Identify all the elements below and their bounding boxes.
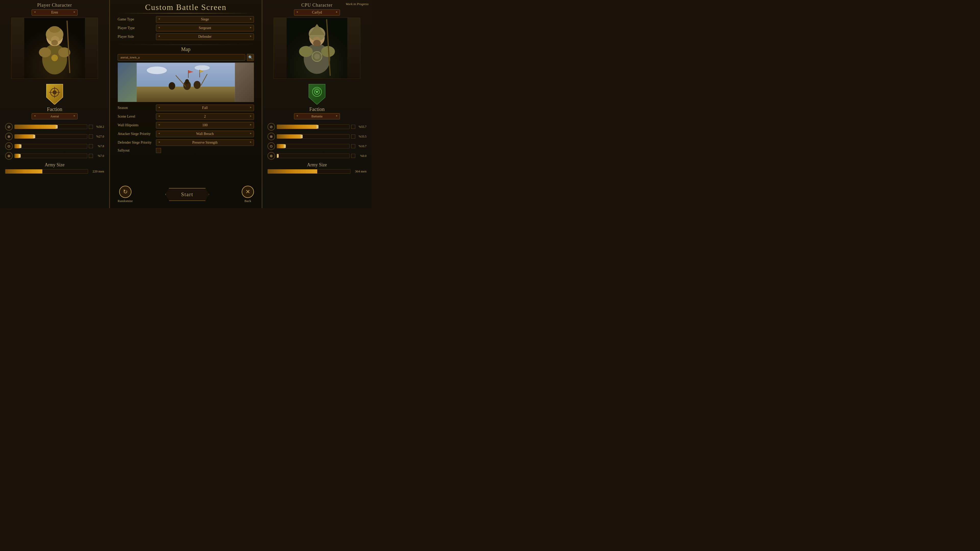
game-type-row: Game Type Siege xyxy=(118,16,254,23)
svg-point-22 xyxy=(169,82,175,90)
cpu-troop-checkbox-3[interactable] xyxy=(351,154,355,158)
cpu-character-title: CPU Character xyxy=(301,3,332,8)
map-title: Map xyxy=(118,46,254,52)
wall-hp-selector[interactable]: 100 xyxy=(156,122,254,129)
player-type-row: Player Type Sergeant xyxy=(118,25,254,32)
svg-point-21 xyxy=(194,81,201,89)
player-faction-emblem xyxy=(45,83,65,105)
troop-icon-archer: ⊗ xyxy=(5,133,13,140)
troop-percent-3: %7.0 xyxy=(94,154,104,158)
cpu-troop-slider-0[interactable] xyxy=(277,124,350,129)
map-preview xyxy=(118,62,254,102)
map-search-button[interactable]: 🔍 xyxy=(247,54,254,61)
troop-slider-3[interactable] xyxy=(14,154,87,158)
defender-siege-selector[interactable]: Preserve Strength xyxy=(156,139,254,146)
randomize-label: Randomize xyxy=(118,199,133,203)
cpu-troop-percent-0: %55.7 xyxy=(357,125,366,129)
game-type-selector[interactable]: Siege xyxy=(156,16,254,23)
bottom-buttons: ↻ Randomize Start ✕ Back xyxy=(118,186,254,206)
cpu-faction-label: Faction xyxy=(309,106,325,112)
troop-slider-0[interactable] xyxy=(14,124,87,129)
player-portrait xyxy=(11,17,98,79)
cpu-troop-slider-1[interactable] xyxy=(277,134,350,139)
map-preview-image xyxy=(118,63,254,102)
randomize-button[interactable]: ↻ Randomize xyxy=(118,186,133,203)
cpu-troop-slider-2[interactable] xyxy=(277,144,350,148)
season-row: Season Fall xyxy=(118,105,254,111)
back-button[interactable]: ✕ Back xyxy=(242,186,254,203)
cpu-troop-icon-horse-archer: ⊛ xyxy=(267,152,275,160)
back-icon: ✕ xyxy=(242,186,254,198)
player-army-count: 220 men xyxy=(90,169,104,173)
player-character-title: Player Character xyxy=(37,3,72,8)
battle-settings-table: Season Fall Scene Level 2 Wall Hitpoints… xyxy=(118,105,254,153)
svg-point-40 xyxy=(313,40,321,47)
player-side-row: Player Side Defender xyxy=(118,33,254,40)
map-section: Map aserai_town_a 🔍 xyxy=(118,46,254,102)
troop-row-2: ⊙ %7.8 xyxy=(5,142,104,150)
cpu-troop-icon-infantry: ⊘ xyxy=(267,123,275,130)
wip-label: Work in Progress xyxy=(345,2,369,6)
svg-point-37 xyxy=(314,54,320,59)
cpu-troop-icon-cavalry: ⊙ xyxy=(267,142,275,150)
cpu-troop-row-2: ⊙ %10.7 xyxy=(267,142,366,150)
troop-checkbox-3[interactable] xyxy=(89,154,93,158)
game-type-label: Game Type xyxy=(118,17,153,21)
defender-siege-row: Defender Siege Priority Preserve Strengt… xyxy=(118,139,254,146)
troop-percent-0: %58.2 xyxy=(94,125,104,129)
player-name-selector[interactable]: Eren xyxy=(32,10,78,16)
cpu-troop-slider-3[interactable] xyxy=(277,154,350,158)
cpu-troop-percent-1: %33.5 xyxy=(357,135,366,138)
troop-checkbox-0[interactable] xyxy=(89,125,93,129)
map-search-row: aserai_town_a 🔍 xyxy=(118,54,254,61)
svg-point-17 xyxy=(147,67,167,74)
cpu-name-selector[interactable]: Carfyd xyxy=(294,10,340,16)
attacker-siege-selector[interactable]: Wall Breach xyxy=(156,130,254,137)
cpu-troop-percent-2: %10.7 xyxy=(357,144,366,148)
troop-icon-cavalry: ⊙ xyxy=(5,142,13,150)
sallyout-label: Sallyout xyxy=(118,148,153,152)
svg-point-43 xyxy=(316,91,318,93)
cpu-army-slider[interactable] xyxy=(267,169,350,174)
player-army-slider[interactable] xyxy=(5,169,88,174)
troop-icon-infantry: ⊘ xyxy=(5,123,13,130)
troop-slider-2[interactable] xyxy=(14,144,87,148)
player-army-size-label: Army Size xyxy=(45,162,64,168)
cpu-troop-checkbox-0[interactable] xyxy=(351,125,355,129)
svg-point-4 xyxy=(49,26,60,33)
troop-slider-1[interactable] xyxy=(14,134,87,139)
player-faction-selector[interactable]: Aserai xyxy=(32,113,78,119)
svg-point-18 xyxy=(195,65,210,70)
season-selector[interactable]: Fall xyxy=(156,105,254,111)
settings-divider xyxy=(118,44,254,45)
troop-row-0: ⊘ %58.2 xyxy=(5,123,104,130)
player-troop-rows: ⊘ %58.2 ⊗ %27.0 ⊙ xyxy=(5,123,104,160)
cpu-troop-rows: ⊘ %55.7 ⊗ %33.5 ⊙ xyxy=(267,123,366,160)
player-side-selector[interactable]: Defender xyxy=(156,33,254,40)
svg-point-5 xyxy=(39,48,51,57)
player-faction-label: Faction xyxy=(47,106,62,112)
cpu-troop-checkbox-2[interactable] xyxy=(351,144,355,148)
settings-table: Game Type Siege Player Type Sergeant Pla… xyxy=(118,16,254,40)
player-type-selector[interactable]: Sergeant xyxy=(156,25,254,32)
player-army-slider-row: 220 men xyxy=(5,169,104,174)
cpu-faction-emblem xyxy=(307,83,327,105)
attacker-siege-label: Attacker Siege Priority xyxy=(118,132,153,136)
troop-checkbox-2[interactable] xyxy=(89,144,93,148)
map-search-input[interactable]: aserai_town_a xyxy=(118,54,245,61)
cpu-troop-checkbox-1[interactable] xyxy=(351,135,355,138)
troop-row-3: ⊛ %7.0 xyxy=(5,152,104,160)
screen-title: Custom Battle Screen xyxy=(145,3,226,12)
troop-checkbox-1[interactable] xyxy=(89,135,93,138)
cpu-troop-icon-archer: ⊗ xyxy=(267,133,275,140)
title-divider xyxy=(118,13,254,14)
start-button[interactable]: Start xyxy=(165,188,209,201)
sallyout-checkbox[interactable] xyxy=(156,148,161,153)
player-side-label: Player Side xyxy=(118,35,153,39)
scene-level-selector[interactable]: 2 xyxy=(156,113,254,120)
wall-hp-row: Wall Hitpoints 100 xyxy=(118,122,254,129)
svg-point-34 xyxy=(299,46,313,57)
cpu-faction-selector[interactable]: Battania xyxy=(294,113,340,119)
season-label: Season xyxy=(118,106,153,110)
wall-hp-label: Wall Hitpoints xyxy=(118,123,153,127)
